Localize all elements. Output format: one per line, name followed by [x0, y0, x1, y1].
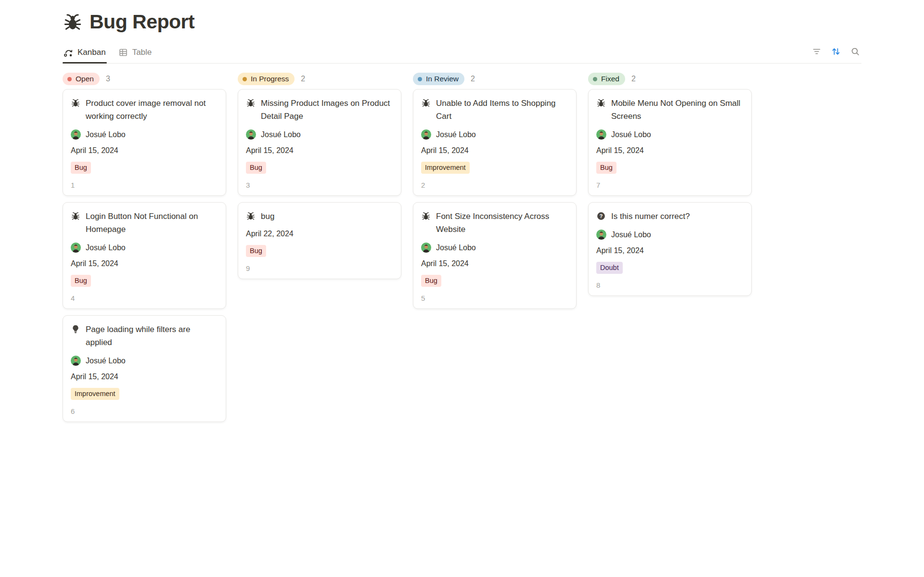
card-title-row: bug: [246, 210, 393, 223]
card-number: 7: [596, 181, 744, 189]
card-number: 1: [71, 181, 218, 189]
assignee-name: Josué Lobo: [436, 244, 476, 252]
status-dot: [593, 77, 597, 81]
tab-kanban-label: Kanban: [77, 48, 106, 57]
column-count: 2: [301, 75, 305, 83]
status-label: In Progress: [251, 75, 289, 83]
bug-page-icon: [63, 12, 83, 32]
column-count: 2: [631, 75, 636, 83]
status-pill: In Progress: [238, 73, 295, 85]
svg-text:?: ?: [600, 213, 603, 219]
bug-icon: [421, 98, 431, 123]
column-header[interactable]: In Review 2: [413, 73, 577, 85]
card-date: April 15, 2024: [246, 146, 393, 155]
assignee-name: Josué Lobo: [86, 357, 126, 365]
kanban-card[interactable]: Unable to Add Items to Shopping Cart Jos…: [413, 89, 577, 196]
status-dot: [418, 77, 422, 81]
card-tag-row: Bug: [246, 162, 393, 174]
card-assignee-row: Josué Lobo: [71, 129, 218, 140]
column-cards: Product cover image removal not working …: [63, 89, 226, 422]
kanban-card[interactable]: Login Button Not Functional on Homepage …: [63, 202, 226, 309]
card-tag: Bug: [71, 162, 91, 174]
assignee-name: Josué Lobo: [436, 130, 476, 139]
card-assignee-row: Josué Lobo: [421, 129, 568, 140]
card-tag: Bug: [421, 275, 441, 287]
column-cards: Missing Product Images on Product Detail…: [238, 89, 401, 279]
search-icon[interactable]: [849, 45, 861, 58]
card-title: bug: [261, 210, 274, 223]
assignee-name: Josué Lobo: [86, 130, 126, 139]
kanban-view-icon: [64, 48, 73, 57]
card-date: April 15, 2024: [596, 246, 744, 255]
kanban-card[interactable]: Missing Product Images on Product Detail…: [238, 89, 401, 196]
kanban-card[interactable]: bug April 22, 2024 Bug 9: [238, 202, 401, 279]
question-icon: ?: [596, 211, 606, 223]
assignee-avatar: [421, 243, 431, 253]
filter-icon[interactable]: [810, 45, 823, 58]
card-number: 8: [596, 281, 744, 289]
card-title: Unable to Add Items to Shopping Cart: [436, 97, 568, 123]
column-cards: Unable to Add Items to Shopping Cart Jos…: [413, 89, 577, 309]
card-tag-row: Improvement: [421, 162, 568, 174]
card-number: 9: [246, 264, 393, 272]
table-view-icon: [118, 48, 128, 57]
card-title-row: ? Is this numer correct?: [596, 210, 744, 223]
tab-kanban[interactable]: Kanban: [63, 44, 107, 63]
card-assignee-row: Josué Lobo: [596, 129, 744, 140]
bulb-icon: [71, 324, 80, 349]
card-number: 6: [71, 407, 218, 415]
card-tag: Improvement: [71, 388, 119, 400]
kanban-card[interactable]: ? Is this numer correct? Josué Lobo Apri…: [588, 202, 752, 296]
status-dot: [67, 77, 72, 81]
kanban-card[interactable]: Font Size Inconsistency Across Website J…: [413, 202, 577, 309]
assignee-name: Josué Lobo: [261, 130, 301, 139]
card-date: April 15, 2024: [71, 259, 218, 268]
card-tag-row: Bug: [71, 275, 218, 287]
sort-icon[interactable]: [830, 45, 842, 58]
card-title: Login Button Not Functional on Homepage: [86, 210, 218, 236]
tab-table-label: Table: [132, 48, 152, 57]
card-tag-row: Bug: [246, 245, 393, 257]
column-header[interactable]: Open 3: [63, 73, 226, 85]
bug-icon: [71, 211, 80, 236]
card-title-row: Product cover image removal not working …: [71, 97, 218, 123]
assignee-avatar: [71, 243, 81, 253]
card-number: 5: [421, 294, 568, 302]
card-number: 4: [71, 294, 218, 302]
card-tag-row: Bug: [421, 275, 568, 287]
card-assignee-row: Josué Lobo: [596, 230, 744, 240]
kanban-card[interactable]: Product cover image removal not working …: [63, 89, 226, 196]
bug-icon: [246, 98, 256, 123]
assignee-avatar: [596, 230, 606, 240]
card-tag: Improvement: [421, 162, 470, 174]
kanban-card[interactable]: Mobile Menu Not Opening on Small Screens…: [588, 89, 752, 196]
card-title: Page loading while filters are applied: [86, 323, 218, 349]
kanban-card[interactable]: Page loading while filters are applied J…: [63, 315, 226, 422]
card-tag-row: Bug: [71, 162, 218, 174]
tab-table[interactable]: Table: [117, 44, 153, 63]
card-title-row: Unable to Add Items to Shopping Cart: [421, 97, 568, 123]
card-assignee-row: Josué Lobo: [71, 356, 218, 366]
card-date: April 22, 2024: [246, 230, 393, 238]
view-toolbar: Kanban Table: [63, 44, 861, 64]
assignee-name: Josué Lobo: [611, 231, 651, 239]
kanban-board: Open 3 Product cover image removal not w…: [63, 73, 861, 422]
assignee-avatar: [71, 356, 81, 366]
column-header[interactable]: In Progress 2: [238, 73, 401, 85]
card-title: Missing Product Images on Product Detail…: [261, 97, 393, 123]
assignee-avatar: [421, 129, 431, 140]
column-count: 3: [106, 75, 110, 83]
assignee-avatar: [71, 129, 81, 140]
card-tag-row: Improvement: [71, 388, 218, 400]
status-pill: Open: [63, 73, 100, 85]
assignee-name: Josué Lobo: [611, 130, 651, 139]
card-title-row: Login Button Not Functional on Homepage: [71, 210, 218, 236]
status-label: Open: [76, 75, 94, 83]
status-label: Fixed: [601, 75, 619, 83]
card-date: April 15, 2024: [421, 146, 568, 155]
card-tag: Bug: [246, 245, 266, 257]
column-header[interactable]: Fixed 2: [588, 73, 752, 85]
card-number: 3: [246, 181, 393, 189]
card-title: Mobile Menu Not Opening on Small Screens: [611, 97, 744, 123]
card-tag: Bug: [596, 162, 616, 174]
